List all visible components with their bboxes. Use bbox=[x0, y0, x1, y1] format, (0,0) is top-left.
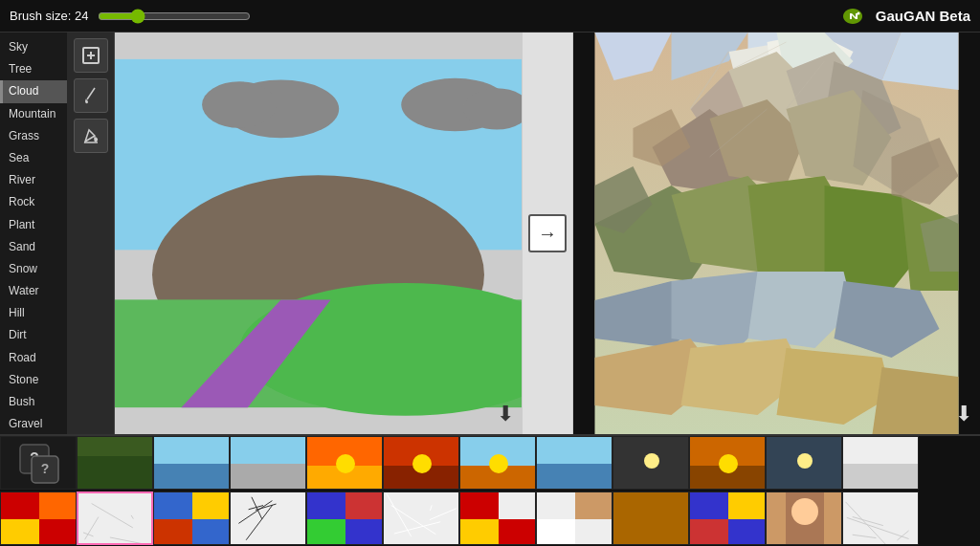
thumbnail-t8[interactable] bbox=[536, 436, 612, 490]
svg-rect-121 bbox=[384, 492, 459, 545]
label-item-river[interactable]: River bbox=[0, 169, 67, 191]
drawing-canvas-area[interactable]: ⬇ bbox=[115, 33, 522, 434]
brush-slider-container bbox=[88, 9, 836, 24]
svg-rect-119 bbox=[345, 519, 383, 545]
svg-rect-94 bbox=[1, 519, 39, 545]
label-item-dirt[interactable]: Dirt bbox=[0, 324, 67, 346]
thumb-svg-t4 bbox=[231, 437, 306, 490]
output-image bbox=[573, 33, 980, 434]
thumbnail-t19[interactable] bbox=[459, 491, 536, 545]
thumb-svg-t8 bbox=[537, 437, 612, 490]
thumbnail-bar: ? ? bbox=[0, 434, 980, 546]
svg-rect-138 bbox=[613, 492, 689, 545]
main-area: SkyTreeCloudMountainGrassSeaRiverRockPla… bbox=[0, 33, 980, 434]
thumb-svg-t2 bbox=[78, 437, 153, 490]
svg-rect-92 bbox=[1, 492, 39, 519]
svg-rect-117 bbox=[345, 492, 383, 519]
svg-point-81 bbox=[644, 453, 659, 469]
output-download-button[interactable]: ⬇ bbox=[955, 402, 972, 426]
label-item-tree[interactable]: Tree bbox=[0, 58, 67, 80]
label-item-hill[interactable]: Hill bbox=[0, 302, 67, 324]
arrow-panel: → bbox=[522, 33, 573, 434]
label-item-mountain[interactable]: Mountain bbox=[0, 103, 67, 125]
thumbnail-t12[interactable] bbox=[842, 436, 919, 490]
thumbnail-row-2 bbox=[0, 491, 980, 547]
thumbnail-t15[interactable] bbox=[153, 491, 230, 545]
svg-rect-142 bbox=[690, 519, 728, 545]
thumb-svg-t24 bbox=[843, 492, 919, 545]
top-bar: Brush size: 24 GauGAN Beta bbox=[0, 0, 980, 33]
nvidia-logo-area: GauGAN Beta bbox=[837, 5, 970, 28]
svg-rect-93 bbox=[39, 492, 77, 519]
thumb-svg-t23 bbox=[767, 492, 842, 545]
label-item-snow[interactable]: Snow bbox=[0, 258, 67, 280]
label-item-sky[interactable]: Sky bbox=[0, 36, 67, 58]
thumb-svg-t22 bbox=[690, 492, 766, 545]
thumbnail-t20[interactable] bbox=[536, 491, 612, 545]
thumbnail-t22[interactable] bbox=[689, 491, 766, 545]
thumbnail-t18[interactable] bbox=[383, 491, 459, 545]
label-item-water[interactable]: Water bbox=[0, 280, 67, 302]
thumbnail-t7[interactable] bbox=[459, 436, 536, 490]
thumbnail-t9[interactable] bbox=[612, 436, 689, 490]
thumbnail-t2[interactable] bbox=[77, 436, 153, 490]
thumb-svg-t18 bbox=[384, 492, 459, 545]
thumbnail-t23[interactable] bbox=[766, 491, 842, 545]
thumbnail-row-1: ? ? bbox=[0, 436, 980, 491]
new-canvas-button[interactable] bbox=[74, 38, 108, 73]
svg-rect-90 bbox=[843, 464, 919, 490]
svg-point-13 bbox=[202, 81, 277, 128]
label-item-sand[interactable]: Sand bbox=[0, 236, 67, 258]
svg-rect-60 bbox=[78, 456, 153, 490]
thumbnail-t13[interactable] bbox=[0, 491, 77, 545]
svg-text:?: ? bbox=[40, 461, 49, 476]
label-item-sea[interactable]: Sea bbox=[0, 147, 67, 169]
label-item-stone[interactable]: Stone bbox=[0, 369, 67, 391]
svg-marker-45 bbox=[873, 367, 959, 434]
thumbnail-t10[interactable] bbox=[689, 436, 766, 490]
thumb-svg-t9 bbox=[613, 437, 689, 490]
nvidia-logo-icon bbox=[837, 5, 868, 28]
drawing-canvas[interactable] bbox=[115, 33, 522, 434]
thumbnail-t6[interactable] bbox=[383, 436, 459, 490]
thumb-svg-t3 bbox=[154, 437, 230, 490]
label-sidebar: SkyTreeCloudMountainGrassSeaRiverRockPla… bbox=[0, 33, 67, 434]
svg-rect-141 bbox=[728, 492, 766, 519]
thumb-svg-t7 bbox=[460, 437, 536, 490]
thumbnail-t24[interactable] bbox=[842, 491, 919, 545]
thumbnail-t14[interactable] bbox=[77, 491, 153, 545]
thumbnail-t17[interactable] bbox=[306, 491, 383, 545]
thumbnail-t5[interactable] bbox=[306, 436, 383, 490]
app-title: GauGAN Beta bbox=[876, 8, 970, 24]
svg-rect-135 bbox=[537, 519, 575, 545]
thumb-svg-t10 bbox=[690, 437, 766, 490]
fill-tool-button[interactable] bbox=[74, 119, 108, 153]
label-item-bush[interactable]: Bush bbox=[0, 391, 67, 413]
svg-rect-105 bbox=[192, 492, 230, 519]
thumbnail-t16[interactable] bbox=[230, 491, 306, 545]
brush-slider[interactable] bbox=[98, 9, 251, 24]
svg-point-88 bbox=[797, 453, 813, 469]
label-item-cloud[interactable]: Cloud bbox=[0, 80, 67, 102]
thumbnail-t1[interactable]: ? ? bbox=[0, 436, 77, 490]
thumbnail-t3[interactable] bbox=[153, 436, 230, 490]
label-item-grass[interactable]: Grass bbox=[0, 125, 67, 147]
svg-rect-136 bbox=[575, 519, 612, 545]
thumbnail-t4[interactable] bbox=[230, 436, 306, 490]
thumb-svg-t16 bbox=[231, 492, 306, 545]
label-item-road[interactable]: Road bbox=[0, 347, 67, 369]
thumb-svg-t20 bbox=[537, 492, 612, 545]
thumb-svg-t19 bbox=[460, 492, 536, 545]
thumb-svg-t21 bbox=[613, 492, 689, 545]
label-item-plant[interactable]: Plant bbox=[0, 214, 67, 236]
svg-rect-128 bbox=[460, 492, 499, 519]
brush-tool-button[interactable] bbox=[74, 78, 108, 113]
thumbnail-t21[interactable] bbox=[612, 491, 689, 545]
generate-button[interactable]: → bbox=[528, 214, 567, 252]
svg-point-76 bbox=[489, 454, 508, 473]
label-item-gravel[interactable]: Gravel bbox=[0, 413, 67, 434]
label-item-rock[interactable]: Rock bbox=[0, 191, 67, 213]
thumbnail-t11[interactable] bbox=[766, 436, 842, 490]
canvas-download-button[interactable]: ⬇ bbox=[497, 402, 514, 426]
svg-rect-62 bbox=[154, 464, 230, 490]
